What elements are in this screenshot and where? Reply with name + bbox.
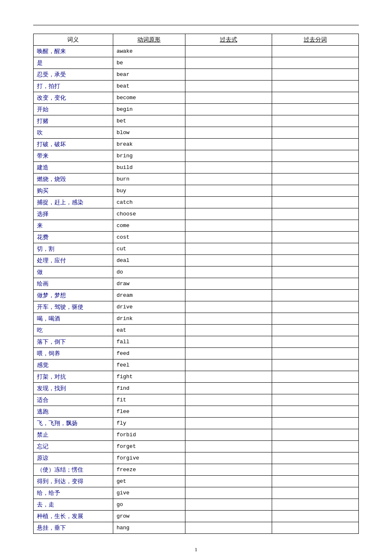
cell-meaning: 发现，找到: [34, 383, 113, 394]
table-header-row: 词义 动词原形 过去式 过去分词: [34, 34, 359, 46]
cell-past-tense: [185, 127, 272, 139]
cell-past-tense: [185, 499, 272, 511]
cell-past-tense: [185, 162, 272, 174]
cell-meaning: 带来: [34, 150, 113, 162]
cell-meaning: 选择: [34, 208, 113, 220]
cell-meaning: 吹: [34, 127, 113, 139]
cell-meaning: 打架，对抗: [34, 371, 113, 383]
table-row: 切，割cut: [34, 243, 359, 255]
table-row: 发现，找到find: [34, 383, 359, 394]
cell-past-tense: [185, 348, 272, 359]
top-divider: [33, 25, 359, 25]
table-row: 打破，破坏break: [34, 139, 359, 150]
cell-past-participle: [272, 325, 358, 336]
cell-meaning: 忘记: [34, 441, 113, 452]
cell-base-form: get: [113, 476, 185, 487]
table-row: 开车，驾驶，驱使drive: [34, 301, 359, 313]
header-base-form: 动词原形: [113, 34, 185, 46]
cell-meaning: 绘画: [34, 278, 113, 290]
cell-base-form: begin: [113, 104, 185, 115]
table-row: 悬挂，垂下hang: [34, 522, 359, 534]
cell-base-form: deal: [113, 255, 185, 266]
cell-past-tense: [185, 476, 272, 487]
cell-past-tense: [185, 452, 272, 464]
cell-past-tense: [185, 418, 272, 429]
cell-past-tense: [185, 115, 272, 127]
table-row: 感觉feel: [34, 359, 359, 371]
cell-meaning: 捕捉，赶上，感染: [34, 197, 113, 208]
cell-base-form: feed: [113, 348, 185, 359]
cell-base-form: become: [113, 92, 185, 104]
cell-past-participle: [272, 371, 358, 383]
table-row: （使）冻结；愣住freeze: [34, 464, 359, 476]
cell-past-participle: [272, 394, 358, 406]
cell-base-form: fit: [113, 394, 185, 406]
cell-meaning: 适合: [34, 394, 113, 406]
table-row: 吃eat: [34, 325, 359, 336]
cell-base-form: choose: [113, 208, 185, 220]
cell-base-form: buy: [113, 185, 185, 197]
cell-past-participle: [272, 255, 358, 266]
table-row: 花费cost: [34, 232, 359, 243]
cell-past-tense: [185, 313, 272, 325]
cell-meaning: 做梦，梦想: [34, 290, 113, 301]
cell-past-participle: [272, 336, 358, 348]
table-row: 忘记forget: [34, 441, 359, 452]
table-row: 给，给予give: [34, 487, 359, 499]
cell-meaning: 给，给予: [34, 487, 113, 499]
cell-past-participle: [272, 69, 358, 81]
cell-past-participle: [272, 266, 358, 278]
cell-past-tense: [185, 197, 272, 208]
cell-past-tense: [185, 301, 272, 313]
cell-meaning: 吃: [34, 325, 113, 336]
cell-past-tense: [185, 359, 272, 371]
table-row: 做梦，梦想dream: [34, 290, 359, 301]
cell-meaning: 种植，生长，发展: [34, 511, 113, 522]
table-row: 来come: [34, 220, 359, 232]
cell-meaning: 落下，倒下: [34, 336, 113, 348]
cell-past-tense: [185, 266, 272, 278]
cell-meaning: 是: [34, 57, 113, 69]
cell-past-participle: [272, 150, 358, 162]
table-row: 燃烧，烧毁burn: [34, 174, 359, 185]
cell-meaning: 燃烧，烧毁: [34, 174, 113, 185]
cell-past-participle: [272, 290, 358, 301]
cell-base-form: grow: [113, 511, 185, 522]
table-row: 逃跑flee: [34, 406, 359, 418]
cell-meaning: 喂，饲养: [34, 348, 113, 359]
table-row: 购买buy: [34, 185, 359, 197]
table-row: 建造build: [34, 162, 359, 174]
table-row: 种植，生长，发展grow: [34, 511, 359, 522]
cell-base-form: forbid: [113, 429, 185, 441]
cell-past-tense: [185, 383, 272, 394]
cell-base-form: find: [113, 383, 185, 394]
table-row: 吹blow: [34, 127, 359, 139]
cell-past-participle: [272, 115, 358, 127]
cell-past-participle: [272, 522, 358, 534]
cell-past-participle: [272, 278, 358, 290]
cell-meaning: 做: [34, 266, 113, 278]
cell-past-participle: [272, 185, 358, 197]
cell-past-tense: [185, 394, 272, 406]
cell-past-tense: [185, 57, 272, 69]
table-row: 唤醒，醒来awake: [34, 46, 359, 57]
cell-past-tense: [185, 92, 272, 104]
cell-past-participle: [272, 441, 358, 452]
cell-meaning: 打赌: [34, 115, 113, 127]
cell-base-form: awake: [113, 46, 185, 57]
cell-past-participle: [272, 313, 358, 325]
cell-past-participle: [272, 174, 358, 185]
cell-past-participle: [272, 406, 358, 418]
cell-meaning: 建造: [34, 162, 113, 174]
cell-meaning: 禁止: [34, 429, 113, 441]
cell-base-form: bring: [113, 150, 185, 162]
cell-meaning: 悬挂，垂下: [34, 522, 113, 534]
cell-meaning: 飞，飞翔，飘扬: [34, 418, 113, 429]
table-row: 开始begin: [34, 104, 359, 115]
cell-past-participle: [272, 464, 358, 476]
page-number: 1: [33, 546, 359, 553]
table-row: 飞，飞翔，飘扬fly: [34, 418, 359, 429]
cell-base-form: draw: [113, 278, 185, 290]
cell-past-participle: [272, 162, 358, 174]
table-row: 打，拍打beat: [34, 81, 359, 92]
